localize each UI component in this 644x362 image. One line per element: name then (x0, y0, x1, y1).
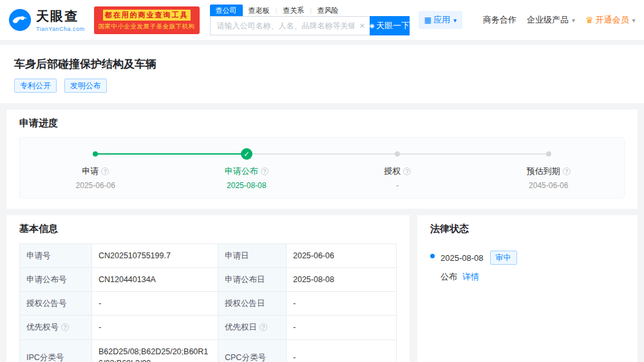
legal-status-action: 公布 (440, 272, 457, 281)
field-value: - (287, 292, 397, 316)
open-vip-menu[interactable]: 开通会员 (585, 14, 636, 26)
apps-menu[interactable]: 应用 (419, 11, 462, 29)
brand-name: 天眼查 (36, 8, 85, 25)
help-icon[interactable] (101, 167, 109, 175)
legal-status-detail-link[interactable]: 详情 (462, 272, 479, 281)
step-date: - (396, 181, 399, 190)
basic-info-title: 基本信息 (19, 223, 397, 235)
field-label: 申请日 (218, 244, 287, 268)
field-value: - (287, 316, 397, 339)
timeline-step-published: 申请公布 2025-08-08 (171, 166, 323, 190)
step-check-icon (241, 148, 252, 160)
legal-status-desc: 公布详情 (440, 271, 625, 283)
step-label: 申请公布 (225, 166, 258, 176)
top-header: 天眼查 TianYanCha.com 都在用的商业查询工具 国家中小企业发展子基… (0, 0, 644, 40)
search-input[interactable] (211, 17, 370, 35)
timeline-step-expiry: 预估到期 2045-06-06 (473, 166, 625, 190)
legal-status-state-badge: 审中 (490, 251, 517, 265)
table-row: 优先权号 - 优先权日 - (20, 316, 397, 339)
field-value: 2025-06-06 (287, 244, 397, 268)
timeline-track (20, 148, 624, 160)
step-label: 申请 (82, 166, 99, 176)
legal-status-item: 2025-08-08 审中 公布详情 (430, 251, 625, 283)
table-row: 授权公告号 - 授权公告日 - (20, 292, 397, 316)
patent-tag-public: 专利公开 (14, 79, 57, 93)
field-value: 2025-08-08 (287, 268, 397, 292)
basic-info-table: 申请号 CN202510755199.7 申请日 2025-06-06 申请公布… (19, 243, 397, 362)
timeline-line-done (95, 153, 247, 155)
field-value: CN202510755199.7 (92, 244, 218, 268)
field-value: B62D25/08;B62D25/20;B60R16/02;B60L3/00 (92, 339, 218, 362)
field-label: 申请公布号 (20, 268, 92, 292)
search-button[interactable]: 天眼一下 (370, 16, 410, 35)
step-label: 授权 (384, 166, 401, 176)
basic-info-card: 基本信息 申请号 CN202510755199.7 申请日 2025-06-06… (6, 215, 410, 362)
patent-tag-invention: 发明公布 (64, 79, 107, 93)
business-cooperation-link[interactable]: 商务合作 (483, 14, 516, 26)
tianyancha-eye-icon (8, 8, 32, 32)
logo-text: 天眼查 TianYanCha.com (36, 8, 85, 32)
patent-tags: 专利公开 发明公布 (14, 79, 630, 93)
field-value: CN120440134A (92, 268, 218, 292)
promo-line2: 国家中小企业发展子基金旗下机构 (99, 23, 195, 31)
field-label: 申请号 (20, 244, 92, 268)
table-row: 申请号 CN202510755199.7 申请日 2025-06-06 (20, 244, 397, 268)
tab-search-company[interactable]: 查公司 (210, 5, 243, 17)
search-bar: 天眼一下 (210, 16, 410, 35)
enterprise-products-menu[interactable]: 企业级产品 (527, 14, 575, 26)
field-label: 授权公告号 (20, 292, 92, 316)
legal-status-card: 法律状态 2025-08-08 审中 公布详情 (417, 215, 638, 362)
help-icon[interactable] (261, 167, 269, 175)
help-icon[interactable] (563, 167, 571, 175)
patent-title: 车身后部碰撞保护结构及车辆 (14, 57, 630, 71)
step-dot-granted (395, 151, 400, 157)
field-label: CPC分类号 (218, 339, 287, 362)
help-icon[interactable] (61, 323, 69, 331)
tianyancha-logo[interactable]: 天眼查 TianYanCha.com (8, 8, 85, 32)
brand-domain: TianYanCha.com (36, 26, 85, 32)
table-row: IPC分类号 B62D25/08;B62D25/20;B60R16/02;B60… (20, 339, 397, 362)
application-progress-card: 申请进度 申请 2025-06-06 申请公布 (6, 110, 638, 209)
search-scope-tabs: 查公司 查老板 | 查关系 | 查风险 (210, 5, 410, 16)
bottom-row: 基本信息 申请号 CN202510755199.7 申请日 2025-06-06… (6, 215, 638, 362)
timeline-step-granted: 授权 - (322, 166, 473, 190)
tab-search-relation[interactable]: 查关系 (277, 5, 310, 17)
clear-search-icon[interactable] (359, 21, 365, 31)
help-icon[interactable] (260, 323, 267, 331)
search-box (210, 16, 370, 35)
field-value: - (92, 316, 218, 339)
table-row: 申请公布号 CN120440134A 申请公布日 2025-08-08 (20, 268, 397, 292)
field-label: 申请公布日 (218, 268, 287, 292)
progress-section-title: 申请进度 (19, 117, 625, 129)
field-value: - (287, 339, 397, 362)
field-label: 授权公告日 (218, 292, 287, 316)
legal-status-date: 2025-08-08 (440, 253, 484, 263)
step-label: 预估到期 (527, 166, 560, 176)
timeline-step-apply: 申请 2025-06-06 (20, 166, 171, 190)
legal-status-title: 法律状态 (430, 223, 625, 235)
field-value: - (92, 292, 218, 316)
step-date: 2045-06-06 (529, 181, 568, 190)
patent-title-section: 车身后部碰撞保护结构及车辆 专利公开 发明公布 (0, 45, 644, 103)
timeline-bullet-icon (430, 254, 435, 258)
field-label: 优先权号 (20, 316, 92, 339)
step-dot-expiry (546, 151, 551, 157)
field-label: IPC分类号 (20, 339, 92, 362)
tab-search-boss[interactable]: 查老板 (243, 5, 276, 17)
step-dot-applied (93, 151, 98, 157)
application-timeline: 申请 2025-06-06 申请公布 2025-08-08 授权 - 预估到期 (19, 137, 625, 198)
search-area: 查公司 查老板 | 查关系 | 查风险 天眼一下 (210, 5, 410, 35)
step-date: 2025-08-08 (227, 181, 266, 190)
field-label: 优先权日 (218, 316, 287, 339)
promo-line1: 都在用的商业查询工具 (103, 10, 191, 21)
step-date: 2025-06-06 (76, 181, 115, 190)
tab-search-risk[interactable]: 查风险 (312, 5, 345, 17)
promo-banner[interactable]: 都在用的商业查询工具 国家中小企业发展子基金旗下机构 (94, 6, 200, 34)
header-right-menu: 应用 商务合作 企业级产品 开通会员 超级风 (419, 11, 636, 29)
help-icon[interactable] (403, 167, 411, 175)
